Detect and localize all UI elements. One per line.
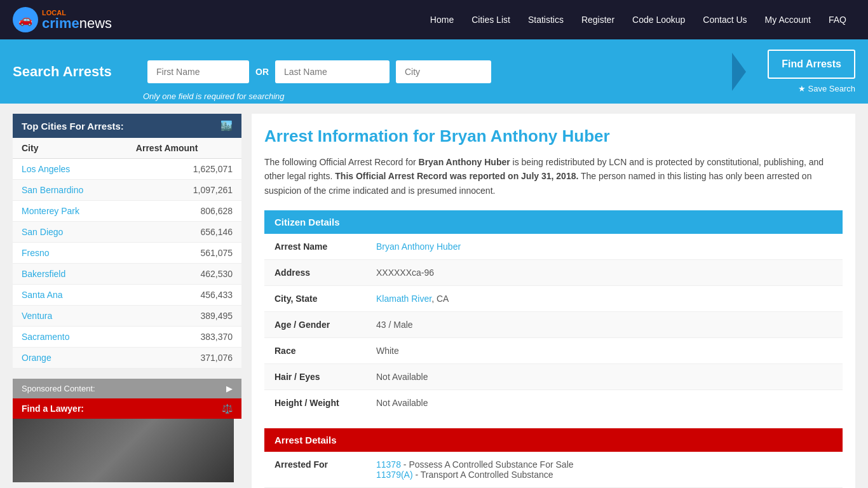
table-row: Sacramento 383,370	[13, 327, 241, 348]
table-row: Los Angeles 1,625,071	[13, 159, 241, 180]
nav-cities-list[interactable]: Cities List	[463, 10, 519, 30]
table-row: Orange 371,076	[13, 348, 241, 369]
city-link[interactable]: Bakersfield	[22, 269, 65, 279]
city-link[interactable]: Ventura	[22, 311, 52, 321]
table-row: Arrest Name Bryan Anthony Huber	[264, 234, 843, 260]
city-input[interactable]	[396, 60, 491, 83]
table-row: Fresno 561,075	[13, 243, 241, 264]
arrest-info: Arrest Information for Bryan Anthony Hub…	[252, 114, 855, 488]
table-row: Ventura 389,495	[13, 306, 241, 327]
logo: 🚗 LOCAL crimenews	[13, 7, 112, 32]
nav-faq[interactable]: FAQ	[820, 10, 855, 30]
city-link[interactable]: Monterey Park	[22, 206, 79, 216]
city-column-header: City	[13, 138, 127, 159]
arrest-details-table: Arrested For 11378 - Possess A Controlle…	[264, 452, 843, 488]
table-row: Monterey Park 806,628	[13, 201, 241, 222]
nav-statistics[interactable]: Statistics	[519, 10, 573, 30]
search-arrow	[732, 53, 746, 91]
nav-links: Home Cities List Statistics Register Cod…	[421, 10, 855, 30]
charge-2: 11379(A) - Transport A Controlled Substa…	[376, 470, 832, 480]
play-icon: ▶	[226, 384, 233, 393]
city-link[interactable]: Santa Ana	[22, 290, 63, 300]
charge1-code-link[interactable]: 11378	[376, 459, 401, 470]
top-cities-header: Top Cities For Arrests: 🏙️	[13, 114, 241, 138]
city-link[interactable]: San Bernardino	[22, 185, 83, 195]
star-icon: ★	[798, 84, 806, 93]
or-label: OR	[255, 67, 269, 77]
table-row: Height / Weight Not Available	[264, 390, 843, 416]
last-name-input[interactable]	[275, 60, 390, 83]
city-link[interactable]: Los Angeles	[22, 164, 70, 174]
find-lawyer-banner: Find a Lawyer: ⚖️	[13, 398, 241, 419]
arrest-title: Arrest Information for Bryan Anthony Hub…	[264, 126, 843, 146]
city-link[interactable]: Klamath River	[376, 294, 431, 304]
logo-icon: 🚗	[13, 7, 38, 32]
logo-crime-news: crimenews	[42, 17, 112, 30]
table-row: San Diego 656,146	[13, 222, 241, 243]
arrest-details-header: Arrest Details	[264, 428, 843, 452]
sidebar: Top Cities For Arrests: 🏙️ City Arrest A…	[13, 114, 241, 482]
arrest-amount-column-header: Arrest Amount	[127, 138, 241, 159]
lawyer-image	[13, 419, 234, 482]
scale-icon: ⚖️	[222, 403, 233, 414]
search-bar: Search Arrests OR Find Arrests ★ Save Se…	[0, 39, 868, 104]
cities-table: City Arrest Amount Los Angeles 1,625,071…	[13, 138, 241, 369]
nav-contact-us[interactable]: Contact Us	[694, 10, 756, 30]
main-content: Top Cities For Arrests: 🏙️ City Arrest A…	[0, 104, 868, 488]
table-row: Hair / Eyes Not Available	[264, 364, 843, 390]
table-row: City, State Klamath River, CA	[264, 286, 843, 312]
table-row: Address XXXXXXca-96	[264, 260, 843, 286]
table-row: Bakersfield 462,530	[13, 264, 241, 285]
arrest-intro: The following Official Arrest Record for…	[264, 155, 843, 198]
city-link[interactable]: Fresno	[22, 248, 50, 258]
search-hint: Only one field is required for searching	[143, 92, 285, 101]
table-row: Race White	[264, 338, 843, 364]
nav-my-account[interactable]: My Account	[756, 10, 820, 30]
table-row: Santa Ana 456,433	[13, 285, 241, 306]
nav-register[interactable]: Register	[573, 10, 623, 30]
lawyer-image-placeholder	[13, 419, 234, 482]
nav-home[interactable]: Home	[421, 10, 463, 30]
citizen-details-table: Arrest Name Bryan Anthony Huber Address …	[264, 234, 843, 416]
arrest-name-link[interactable]: Bryan Anthony Huber	[376, 241, 461, 252]
city-link[interactable]: Orange	[22, 353, 51, 363]
search-inputs: OR	[147, 60, 727, 83]
search-title: Search Arrests	[13, 64, 140, 80]
first-name-input[interactable]	[147, 60, 249, 83]
city-link[interactable]: Sacramento	[22, 332, 69, 342]
save-search-button[interactable]: ★ Save Search	[798, 84, 855, 93]
charge-1: 11378 - Possess A Controlled Substance F…	[376, 459, 832, 470]
logo-text: LOCAL crimenews	[42, 10, 112, 30]
cities-icon: 🏙️	[220, 120, 233, 132]
charge2-code-link[interactable]: 11379(A)	[376, 470, 413, 480]
city-link[interactable]: San Diego	[22, 227, 63, 237]
table-row: San Bernardino 1,097,261	[13, 180, 241, 201]
nav-code-lookup[interactable]: Code Lookup	[623, 10, 694, 30]
citizen-details-header: Citizen Details	[264, 210, 843, 234]
find-arrests-button[interactable]: Find Arrests	[768, 50, 855, 79]
right-actions: Find Arrests ★ Save Search	[754, 50, 855, 93]
table-row: Arrested For 11378 - Possess A Controlle…	[264, 452, 843, 488]
navigation: 🚗 LOCAL crimenews Home Cities List Stati…	[0, 0, 868, 39]
sponsored-header: Sponsored Content: ▶	[13, 379, 241, 398]
table-row: Age / Gender 43 / Male	[264, 312, 843, 338]
